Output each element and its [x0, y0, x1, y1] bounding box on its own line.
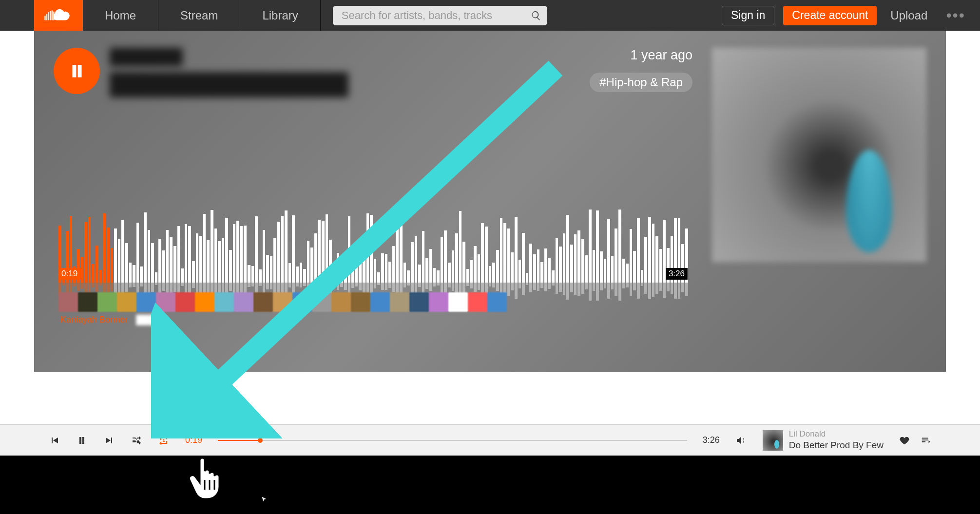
heart-icon [899, 435, 910, 446]
search-icon[interactable] [531, 10, 541, 21]
repeat-one-button[interactable]: 1 [158, 435, 170, 446]
nav-tab-home[interactable]: Home [83, 0, 158, 31]
commenter-avatars[interactable] [54, 292, 692, 312]
cloud-icon [44, 8, 73, 23]
search-container [333, 0, 547, 31]
player-total-time: 3:26 [703, 435, 720, 445]
repeat-one-icon: 1 [158, 435, 170, 446]
volume-button[interactable] [735, 435, 747, 446]
commenter-name-2-blurred: ████ [136, 315, 161, 324]
player-artist[interactable]: Lil Donald [789, 429, 884, 439]
player-title[interactable]: Do Better Prod By Few [789, 439, 884, 452]
hero-pause-button[interactable] [54, 48, 100, 94]
playlist-icon [921, 435, 931, 446]
player-track-info[interactable]: Lil Donald Do Better Prod By Few [763, 429, 884, 452]
player-album-thumb [763, 430, 783, 451]
track-title-blurred [110, 72, 348, 97]
volume-icon [735, 435, 747, 446]
search-input[interactable] [333, 6, 547, 25]
top-nav: Home Stream Library Sign in Create accou… [0, 0, 980, 31]
track-age: 1 year ago [630, 48, 692, 63]
skip-next-icon [103, 435, 115, 446]
pause-icon [76, 435, 88, 446]
nav-tabs: Home Stream Library [83, 0, 321, 31]
create-account-button[interactable]: Create account [783, 6, 877, 25]
queue-button[interactable] [921, 435, 931, 446]
nav-right: Sign in Create account Upload ••• [722, 0, 980, 31]
artist-label-blurred [110, 48, 183, 66]
album-art[interactable] [712, 48, 926, 262]
more-menu-icon[interactable]: ••• [941, 6, 970, 24]
progress-bar[interactable] [218, 440, 687, 441]
like-button[interactable] [899, 435, 910, 446]
genre-tag[interactable]: #Hip-hop & Rap [590, 73, 692, 92]
commenter-names: Kaniayah Bonner ████ [54, 312, 692, 328]
nav-tab-stream[interactable]: Stream [158, 0, 240, 31]
play-pause-button[interactable] [76, 435, 88, 446]
waveform-area[interactable]: 0:19 3:26 Kaniayah Bonner ████ [54, 205, 692, 328]
commenter-name-1[interactable]: Kaniayah Bonner [60, 315, 128, 324]
track-title-area [110, 48, 348, 97]
signin-button[interactable]: Sign in [722, 6, 774, 25]
svg-text:1: 1 [162, 438, 165, 443]
waveform-total-time: 3:26 [666, 268, 688, 280]
bottom-black-bar [0, 456, 980, 514]
skip-previous-icon [49, 435, 60, 446]
pause-icon [68, 62, 86, 80]
upload-link[interactable]: Upload [885, 9, 932, 22]
player-bar: 1 0:19 3:26 Lil Donald Do Better Prod By… [0, 424, 980, 456]
shuffle-icon [131, 435, 142, 446]
player-current-time: 0:19 [185, 435, 202, 445]
previous-button[interactable] [49, 435, 60, 446]
nav-tab-library[interactable]: Library [240, 0, 320, 31]
next-button[interactable] [103, 435, 115, 446]
shuffle-button[interactable] [131, 435, 142, 446]
track-hero: 1 year ago #Hip-hop & Rap 0:19 3:26 Kani… [34, 31, 946, 372]
soundcloud-logo[interactable] [34, 0, 83, 31]
waveform-current-time: 0:19 [58, 268, 80, 280]
